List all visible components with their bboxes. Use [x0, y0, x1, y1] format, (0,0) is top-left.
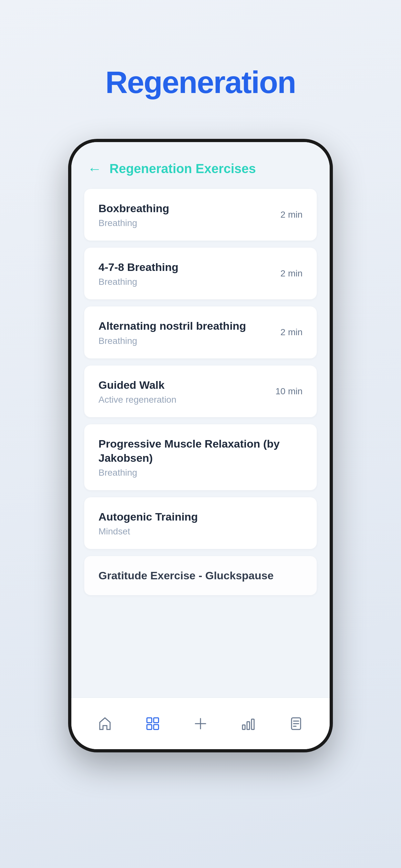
- exercise-duration: 2 min: [281, 268, 303, 279]
- exercise-category: Active regeneration: [98, 395, 269, 405]
- profile-icon: [287, 715, 305, 733]
- exercise-duration: 2 min: [281, 327, 303, 337]
- exercise-name: Alternating nostril breathing: [98, 319, 274, 333]
- exercise-list: Boxbreathing Breathing 2 min 4-7-8 Breat…: [71, 186, 330, 698]
- exercise-card[interactable]: Alternating nostril breathing Breathing …: [84, 306, 317, 358]
- exercise-category: Breathing: [98, 468, 296, 478]
- exercise-card[interactable]: Boxbreathing Breathing 2 min: [84, 189, 317, 241]
- exercise-category: Mindset: [98, 526, 296, 537]
- nav-item-stats[interactable]: [233, 711, 264, 736]
- screen-header: ← Regeneration Exercises: [71, 142, 330, 186]
- phone-content: ← Regeneration Exercises Boxbreathing Br…: [71, 142, 330, 749]
- stats-icon: [239, 715, 257, 733]
- exercise-card[interactable]: Guided Walk Active regeneration 10 min: [84, 366, 317, 417]
- plus-icon: [191, 715, 210, 733]
- nav-item-grid[interactable]: [137, 711, 168, 736]
- exercise-card[interactable]: Autogenic Training Mindset: [84, 497, 317, 549]
- svg-rect-2: [147, 724, 152, 730]
- svg-rect-1: [154, 718, 158, 723]
- nav-item-profile[interactable]: [281, 711, 312, 736]
- exercise-card[interactable]: Gratitude Exercise - Gluckspause: [84, 556, 317, 595]
- exercise-info: 4-7-8 Breathing Breathing: [98, 260, 274, 287]
- exercise-category: Breathing: [98, 336, 274, 346]
- exercise-info: Alternating nostril breathing Breathing: [98, 319, 274, 346]
- exercise-category: Breathing: [98, 218, 274, 228]
- exercise-info: Progressive Muscle Relaxation (by Jakobs…: [98, 437, 296, 478]
- svg-rect-8: [251, 719, 254, 730]
- exercise-name: Gratitude Exercise - Gluckspause: [98, 568, 303, 583]
- svg-rect-3: [154, 724, 158, 730]
- exercise-info: Autogenic Training Mindset: [98, 509, 296, 537]
- exercise-category: Breathing: [98, 277, 274, 287]
- exercise-duration: 10 min: [275, 386, 303, 397]
- svg-rect-7: [247, 722, 250, 730]
- phone-frame: ← Regeneration Exercises Boxbreathing Br…: [68, 139, 333, 752]
- grid-icon: [144, 715, 162, 733]
- svg-rect-6: [243, 725, 245, 730]
- exercise-card[interactable]: Progressive Muscle Relaxation (by Jakobs…: [84, 424, 317, 490]
- exercise-name: Guided Walk: [98, 378, 269, 392]
- exercise-name: Progressive Muscle Relaxation (by Jakobs…: [98, 437, 296, 465]
- exercise-duration: 2 min: [281, 210, 303, 220]
- exercise-name: 4-7-8 Breathing: [98, 260, 274, 274]
- exercise-card[interactable]: 4-7-8 Breathing Breathing 2 min: [84, 248, 317, 299]
- back-button[interactable]: ←: [88, 162, 102, 176]
- bottom-nav: [71, 698, 330, 749]
- exercise-name: Boxbreathing: [98, 201, 274, 215]
- page-title: Regeneration: [105, 65, 296, 100]
- exercise-name: Autogenic Training: [98, 509, 296, 524]
- screen-title: Regeneration Exercises: [110, 161, 256, 176]
- nav-item-home[interactable]: [89, 711, 120, 736]
- exercise-info: Gratitude Exercise - Gluckspause: [98, 568, 303, 583]
- nav-item-add[interactable]: [185, 711, 216, 736]
- exercise-info: Boxbreathing Breathing: [98, 201, 274, 228]
- svg-rect-0: [147, 718, 152, 723]
- exercise-info: Guided Walk Active regeneration: [98, 378, 269, 405]
- home-icon: [96, 715, 114, 733]
